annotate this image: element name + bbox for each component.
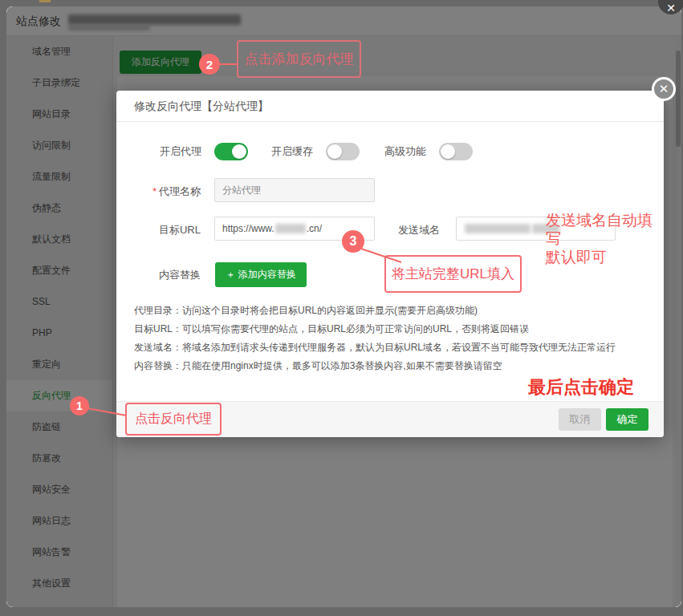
enable-proxy-toggle[interactable] <box>214 143 248 160</box>
send-domain-note-line1: 发送域名自动填写 <box>546 211 666 248</box>
redacted-url-part <box>275 224 306 233</box>
send-domain-label: 发送域名 <box>356 223 440 237</box>
enable-cache-label: 开启缓存 <box>271 144 313 159</box>
modal-title: 修改反向代理【分站代理】 <box>134 91 269 122</box>
help-content-replace: 内容替换：只能在使用nginx时提供，最多可以添加3条替换内容,如果不需要替换请… <box>134 359 502 373</box>
help-target-url: 目标URL：可以填写你需要代理的站点，目标URL必须为可正常访问的URL，否则将… <box>134 322 529 336</box>
toggle-knob <box>327 144 342 159</box>
help-send-domain: 发送域名：将域名添加到请求头传递到代理服务器，默认为目标URL域名，若设置不当可… <box>134 341 616 355</box>
step-3-annotation-box: 将主站完整URL填入 <box>384 255 522 293</box>
step-2-annotation-box: 点击添加反向代理 <box>237 40 361 78</box>
required-asterisk: * <box>152 185 157 197</box>
proxy-name-input[interactable] <box>214 178 375 202</box>
advanced-feature-toggle-group: 高级功能 <box>384 143 473 160</box>
confirm-note: 最后点击确定 <box>528 375 665 399</box>
plus-icon: ＋ <box>226 269 235 280</box>
confirm-button[interactable]: 确定 <box>606 408 648 431</box>
step-3-badge: 3 <box>342 230 364 253</box>
advanced-feature-toggle[interactable] <box>439 143 473 160</box>
enable-proxy-label: 开启代理 <box>160 144 201 159</box>
modal-header: 修改反向代理【分站代理】 <box>116 91 664 122</box>
cancel-button[interactable]: 取消 <box>559 408 601 431</box>
step-1-badge: 1 <box>70 396 89 415</box>
send-domain-note: 发送域名自动填写 默认即可 <box>546 211 666 266</box>
target-url-label: 目标URL <box>116 223 201 237</box>
target-url-prefix: https://www. <box>222 223 274 234</box>
proxy-name-label: *代理名称 <box>116 184 201 199</box>
advanced-feature-label: 高级功能 <box>384 144 426 159</box>
modal-close-icon[interactable]: ✕ <box>652 77 676 101</box>
browser-artifact-mark <box>39 0 51 2</box>
enable-proxy-toggle-group: 开启代理 <box>160 143 248 160</box>
send-domain-note-line2: 默认即可 <box>546 248 666 266</box>
redacted-domain-part <box>465 224 531 233</box>
target-url-suffix: .cn/ <box>307 223 322 234</box>
enable-cache-toggle[interactable] <box>326 143 360 160</box>
add-content-replace-button[interactable]: ＋ 添加内容替换 <box>215 262 307 287</box>
toggle-knob <box>232 144 246 159</box>
step-1-annotation-box: 点击反向代理 <box>125 403 222 436</box>
content-replace-label: 内容替换 <box>116 268 201 282</box>
help-proxy-dir: 代理目录：访问这个目录时将会把目标URL的内容返回并显示(需要开启高级功能) <box>134 304 478 318</box>
step-2-badge: 2 <box>199 54 220 75</box>
enable-cache-toggle-group: 开启缓存 <box>271 143 360 160</box>
add-content-replace-label: 添加内容替换 <box>238 269 296 280</box>
toggle-knob <box>441 144 455 159</box>
